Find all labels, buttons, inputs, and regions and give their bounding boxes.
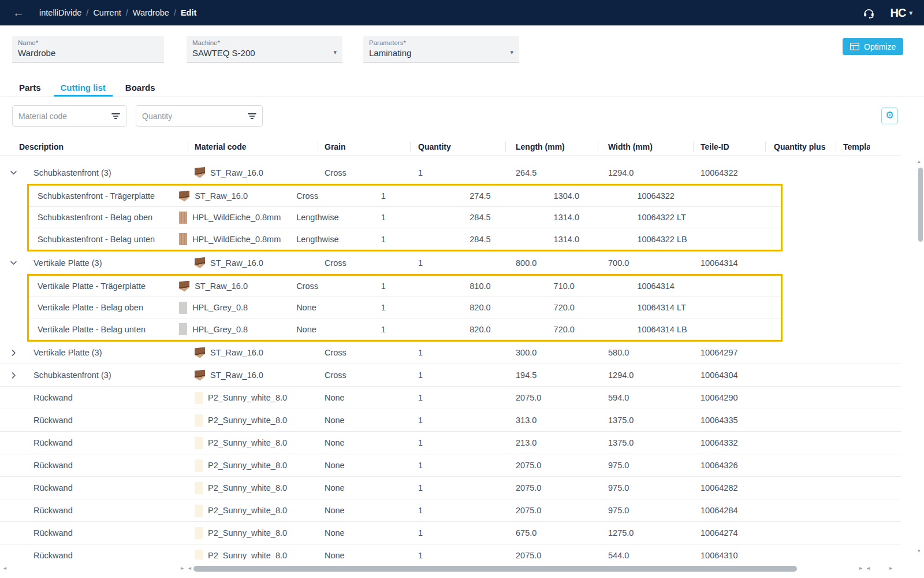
table-row[interactable]: Schubkastenfront (3)ST_Raw_16.0Cross1264… bbox=[0, 161, 901, 184]
tab-boards[interactable]: Boards bbox=[118, 78, 162, 97]
tab-parts[interactable]: Parts bbox=[12, 78, 48, 97]
material-code-text: HPL_Grey_0.8 bbox=[192, 303, 248, 312]
breadcrumb-separator: / bbox=[174, 8, 176, 17]
vertical-scrollbar[interactable]: ▴ ▾ bbox=[918, 158, 923, 554]
material-swatch bbox=[195, 370, 205, 381]
name-input[interactable] bbox=[18, 48, 158, 58]
table-row[interactable]: RückwandP2_Sunny_white_8.0None1313.01375… bbox=[0, 409, 901, 432]
column-header-teile-id[interactable]: Teile-ID bbox=[693, 139, 765, 155]
expander-cell bbox=[0, 349, 27, 357]
table-row[interactable]: Vertikale Platte - TrägerplatteST_Raw_16… bbox=[29, 276, 781, 297]
table-row[interactable]: Vertikale Platte - Belag obenHPL_Grey_0.… bbox=[29, 297, 781, 318]
teile-id-cell: 10064314 bbox=[629, 281, 709, 291]
vertical-scrollbar-thumb[interactable] bbox=[918, 168, 923, 242]
chevron-right-icon[interactable] bbox=[9, 349, 18, 357]
material-code-text: ST_Raw_16.0 bbox=[195, 281, 248, 291]
table-row[interactable]: RückwandP2_Sunny_white_8.0None1675.01275… bbox=[0, 522, 901, 544]
quantity-filter[interactable] bbox=[136, 105, 263, 127]
breadcrumb-item-current[interactable]: Current bbox=[93, 8, 121, 17]
quantity-cell: 1 bbox=[410, 370, 505, 380]
quantity-cell: 1 bbox=[410, 483, 505, 492]
scroll-right-icon[interactable]: ▸ bbox=[889, 565, 892, 571]
grain-cell: Lengthwise bbox=[289, 235, 373, 244]
description-cell: Vertikale Platte (3) bbox=[27, 348, 188, 357]
scroll-right-icon[interactable]: ▸ bbox=[181, 565, 184, 571]
table-row[interactable]: RückwandP2_Sunny_white_8.0None12075.0975… bbox=[0, 477, 901, 499]
parameters-select-value: Laminating bbox=[369, 48, 513, 58]
chevron-down-icon[interactable] bbox=[9, 258, 18, 267]
scroll-left-icon[interactable]: ◂ bbox=[188, 565, 191, 571]
length-cell: 2075.0 bbox=[505, 506, 598, 515]
parameters-select[interactable]: Parameters* Laminating ▾ bbox=[363, 36, 519, 62]
scroll-right-icon[interactable]: ▸ bbox=[859, 565, 862, 571]
name-field[interactable]: Name* bbox=[12, 36, 164, 62]
material-code-filter[interactable] bbox=[12, 105, 126, 127]
table-row[interactable]: Schubkastenfront - TrägerplatteST_Raw_16… bbox=[29, 186, 781, 207]
material-code-filter-input[interactable] bbox=[18, 112, 111, 121]
quantity-cell: 1 bbox=[410, 438, 505, 447]
table-row[interactable]: Vertikale Platte - Belag untenHPL_Grey_0… bbox=[29, 318, 781, 340]
optimize-button[interactable]: Optimize bbox=[843, 38, 903, 55]
scroll-down-icon[interactable]: ▾ bbox=[918, 548, 921, 554]
width-cell: 720.0 bbox=[543, 325, 630, 334]
scroll-left-icon[interactable]: ◂ bbox=[867, 565, 870, 571]
grain-cell: None bbox=[318, 551, 410, 560]
length-cell: 284.5 bbox=[459, 235, 543, 244]
column-header-quantity[interactable]: Quantity bbox=[410, 139, 505, 155]
expander-cell bbox=[0, 258, 27, 267]
grain-cell: Cross bbox=[289, 191, 373, 201]
grain-cell: None bbox=[289, 325, 373, 334]
back-arrow-icon[interactable]: ← bbox=[13, 7, 24, 18]
table-row[interactable]: RückwandP2_Sunny_white_8.0None12075.0594… bbox=[0, 387, 901, 409]
table-row[interactable]: Vertikale Platte (3)ST_Raw_16.0Cross1300… bbox=[0, 342, 901, 364]
table-row[interactable]: RückwandP2_Sunny_white_8.0None12075.0975… bbox=[0, 499, 901, 522]
table-row[interactable]: RückwandP2_Sunny_white_8.0None12075.0975… bbox=[0, 454, 901, 477]
headset-icon[interactable] bbox=[862, 6, 875, 20]
filter-icon[interactable] bbox=[111, 113, 120, 120]
table-row[interactable]: Schubkastenfront (3)ST_Raw_16.0Cross1194… bbox=[0, 364, 901, 387]
teile-id-cell: 10064284 bbox=[693, 506, 765, 515]
filter-icon[interactable] bbox=[248, 113, 256, 120]
width-cell: 975.0 bbox=[598, 461, 693, 470]
horizontal-scrollbar-thumb[interactable] bbox=[193, 566, 797, 572]
material-swatch bbox=[179, 302, 187, 314]
tab-cutting-list[interactable]: Cutting list bbox=[54, 78, 113, 97]
teile-id-cell: 10064314 bbox=[693, 258, 765, 268]
horizontal-scrollbar[interactable]: ◂ ▸ ◂ ▸ ◂ ▸ bbox=[0, 560, 924, 578]
width-cell: 720.0 bbox=[543, 303, 630, 312]
breadcrumb-item-intellidivide[interactable]: intelliDivide bbox=[39, 8, 81, 17]
breadcrumb-item-wardrobe[interactable]: Wardrobe bbox=[133, 8, 169, 17]
grain-cell: None bbox=[318, 506, 410, 515]
column-settings-button[interactable]: ⚙ bbox=[881, 108, 898, 124]
column-header-material-code[interactable]: Material code bbox=[188, 139, 318, 155]
scroll-up-icon[interactable]: ▴ bbox=[918, 158, 921, 164]
grain-cell: None bbox=[318, 461, 410, 470]
scroll-left-icon[interactable]: ◂ bbox=[3, 565, 6, 571]
length-cell: 800.0 bbox=[505, 258, 598, 268]
table-row[interactable]: Schubkastenfront - Belag obenHPL_WildEic… bbox=[29, 207, 781, 228]
column-header-width[interactable]: Width (mm) bbox=[598, 139, 693, 155]
quantity-cell: 1 bbox=[373, 235, 459, 244]
length-cell: 820.0 bbox=[459, 325, 543, 334]
table-row[interactable]: Schubkastenfront - Belag untenHPL_WildEi… bbox=[29, 228, 781, 250]
column-header-quantity-plus[interactable]: Quantity plus bbox=[765, 139, 836, 155]
column-header-length[interactable]: Length (mm) bbox=[505, 139, 598, 155]
homag-logo[interactable]: HC ▾ bbox=[891, 6, 912, 20]
material-code-text: HPL_Grey_0.8 bbox=[192, 325, 248, 334]
chevron-right-icon[interactable] bbox=[9, 371, 18, 380]
teile-id-cell: 10064335 bbox=[693, 416, 765, 425]
width-cell: 1314.0 bbox=[543, 213, 630, 222]
machine-select[interactable]: Machine* SAWTEQ S-200 ▾ bbox=[187, 36, 342, 62]
table-row[interactable]: Vertikale Platte (3)ST_Raw_16.0Cross1800… bbox=[0, 251, 901, 274]
column-header-template[interactable]: Template bbox=[836, 139, 901, 155]
chevron-down-icon[interactable] bbox=[9, 168, 18, 177]
column-header-grain[interactable]: Grain bbox=[318, 139, 410, 155]
column-header-description[interactable]: Description bbox=[0, 139, 188, 155]
width-cell: 1375.0 bbox=[598, 416, 693, 425]
description-cell: Vertikale Platte - Trägerplatte bbox=[29, 281, 172, 291]
table-row[interactable]: RückwandP2_Sunny_white_8.0None1213.01375… bbox=[0, 432, 901, 454]
breadcrumb-separator: / bbox=[86, 8, 88, 17]
quantity-filter-input[interactable] bbox=[142, 112, 248, 121]
teile-id-cell: 10064332 bbox=[693, 438, 765, 447]
width-cell: 975.0 bbox=[598, 506, 693, 515]
